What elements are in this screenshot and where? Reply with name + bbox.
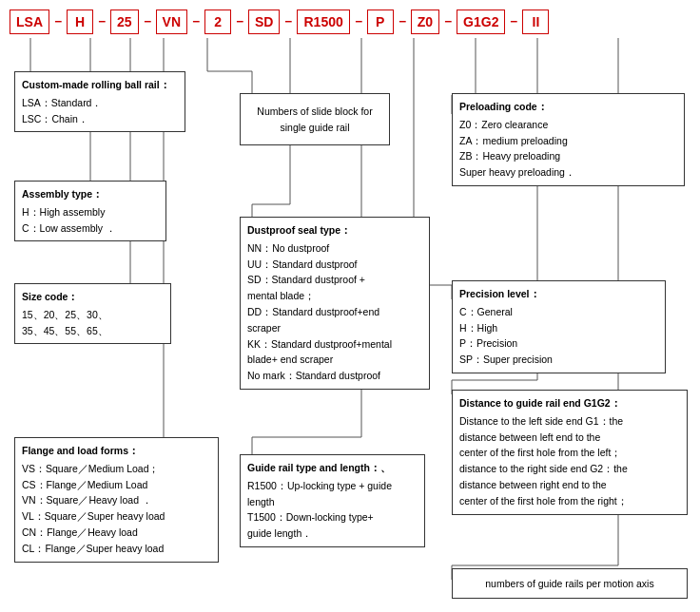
dash-8: －: [394, 13, 411, 30]
preloading-box: Preloading code： Z0：Zero clearance ZA：me…: [452, 93, 685, 186]
code-g1g2: G1G2: [457, 10, 505, 34]
precision-h: H：High: [459, 320, 658, 336]
precision-box: Precision level： C：General H：High P：Prec…: [452, 280, 666, 373]
size-code-box: Size code： 15、20、25、30、 35、45、55、65、: [14, 283, 171, 344]
dash-3: －: [139, 13, 156, 30]
distance-l2: distance between left end to the: [459, 430, 680, 446]
precision-c: C：General: [459, 304, 658, 320]
dash-9: －: [439, 13, 457, 30]
distance-l4: distance to the right side end G2：the: [459, 461, 680, 477]
custom-rail-title: Custom-made rolling ball rail：: [22, 77, 178, 93]
code-2: 2: [204, 10, 231, 34]
dash-5: －: [231, 13, 248, 30]
guide-rail-r1500: R1500：Up-locking type + guide: [247, 478, 418, 494]
guide-rail-t1500-2: guide length．: [247, 526, 418, 542]
dash-4: －: [187, 13, 204, 30]
distance-l6: center of the first hole from the right；: [459, 493, 680, 509]
code-z0: Z0: [411, 10, 439, 34]
distance-l5: distance between right end to the: [459, 477, 680, 493]
dustproof-kk2: blade+ end scraper: [247, 352, 422, 368]
dustproof-nm: No mark：Standard dustproof: [247, 368, 422, 384]
dustproof-dd: DD：Standard dustproof+end: [247, 304, 422, 320]
distance-box: Distance to guide rail end G1G2： Distanc…: [452, 390, 688, 515]
dustproof-kk: KK：Standard dustproof+mental: [247, 336, 422, 353]
flange-cl: CL：Flange／Super heavy load: [22, 541, 211, 557]
flange-vn: VN：Square／Heavy load ．: [22, 492, 211, 508]
dustproof-nn: NN：No dustproof: [247, 240, 422, 257]
size-code-line2: 35、45、55、65、: [22, 323, 164, 339]
code-ii: II: [522, 10, 549, 34]
numbers-rails-box: numbers of guide rails per motion axis: [452, 568, 688, 599]
dash-2: －: [93, 13, 110, 30]
preloading-super: Super heavy preloading．: [459, 164, 677, 181]
numbers-slide-title: Numbers of slide block for single guide …: [247, 104, 382, 136]
numbers-rails-title: numbers of guide rails per motion axis: [485, 576, 653, 592]
guide-rail-t1500: T1500：Down-locking type+: [247, 509, 418, 526]
preloading-z0: Z0：Zero clearance: [459, 117, 677, 133]
dash-6: －: [280, 13, 297, 30]
code-25: 25: [110, 10, 139, 34]
code-vn: VN: [156, 10, 187, 34]
size-code-line1: 15、20、25、30、: [22, 307, 164, 323]
precision-p: P：Precision: [459, 335, 658, 352]
dustproof-uu: UU：Standard dustproof: [247, 257, 422, 273]
dustproof-box: Dustproof seal type： NN：No dustproof UU：…: [240, 217, 430, 390]
precision-title: Precision level：: [459, 286, 658, 302]
custom-rail-lsc: LSC：Chain．: [22, 111, 178, 127]
distance-l1: Distance to the left side end G1：the: [459, 413, 680, 430]
preloading-title: Preloading code：: [459, 99, 677, 115]
flange-cn: CN：Flange／Heavy load: [22, 525, 211, 541]
precision-sp: SP：Super precision: [459, 352, 658, 368]
custom-rail-box: Custom-made rolling ball rail： LSA：Stand…: [14, 71, 185, 132]
assembly-h: H：High assembly: [22, 204, 159, 220]
numbers-slide-box: Numbers of slide block for single guide …: [240, 93, 390, 145]
preloading-za: ZA：medium preloading: [459, 133, 677, 149]
assembly-box: Assembly type： H：High assembly C：Low ass…: [14, 181, 166, 241]
code-row: LSA － H － 25 － VN － 2 － SD － R1500 － P －…: [10, 10, 549, 34]
custom-rail-lsa: LSA：Standard．: [22, 95, 178, 111]
dash-10: －: [505, 13, 522, 30]
preloading-zb: ZB：Heavy preloading: [459, 148, 677, 164]
flange-vl: VL：Square／Super heavy load: [22, 508, 211, 525]
dustproof-dd2: scraper: [247, 320, 422, 336]
guide-rail-r1500-2: length: [247, 494, 418, 510]
flange-cs: CS：Flange／Medium Load: [22, 477, 211, 493]
dustproof-sd: SD：Standard dustproof +: [247, 272, 422, 288]
code-sd: SD: [248, 10, 280, 34]
guide-rail-title: Guide rail type and length：、: [247, 460, 418, 476]
dustproof-sd2: mental blade；: [247, 288, 422, 304]
flange-vs: VS：Square／Medium Load；: [22, 461, 211, 477]
code-lsa: LSA: [10, 10, 49, 34]
flange-title: Flange and load forms：: [22, 443, 211, 459]
guide-rail-box: Guide rail type and length：、 R1500：Up-lo…: [240, 454, 425, 547]
distance-l3: center of the first hole from the left；: [459, 445, 680, 461]
dash-7: －: [350, 13, 367, 30]
flange-box: Flange and load forms： VS：Square／Medium …: [14, 437, 219, 563]
size-code-title: Size code：: [22, 289, 164, 305]
dustproof-title: Dustproof seal type：: [247, 222, 422, 239]
dash-1: －: [49, 13, 67, 30]
code-p: P: [367, 10, 394, 34]
assembly-title: Assembly type：: [22, 186, 159, 202]
assembly-c: C：Low assembly ．: [22, 220, 159, 237]
diagram-container: LSA － H － 25 － VN － 2 － SD － R1500 － P －…: [0, 0, 700, 612]
distance-title: Distance to guide rail end G1G2：: [459, 395, 680, 411]
code-h: H: [67, 10, 93, 34]
code-r1500: R1500: [297, 10, 349, 34]
